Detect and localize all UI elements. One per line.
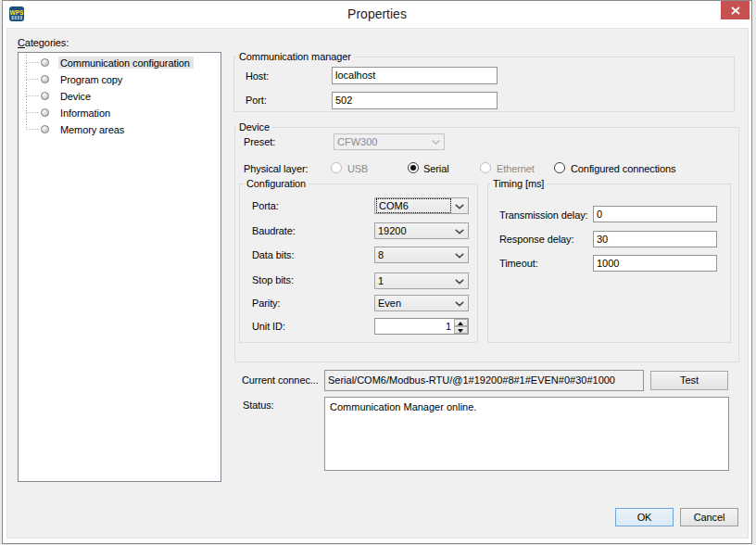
svg-text:WPS: WPS <box>10 9 24 16</box>
